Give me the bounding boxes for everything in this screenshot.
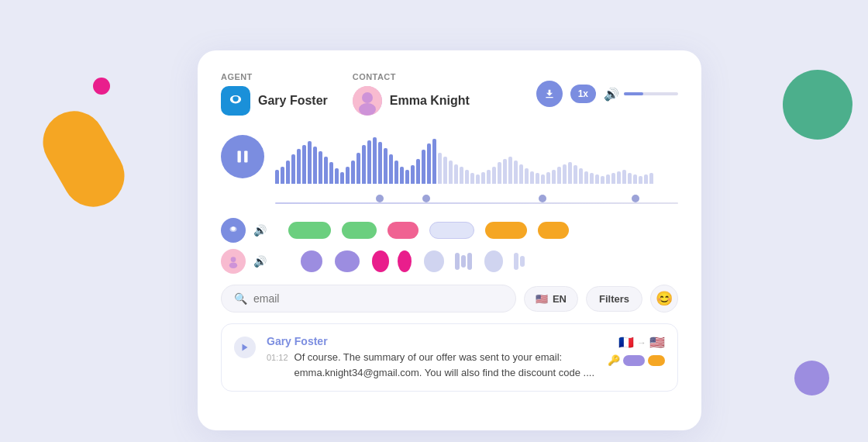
search-input[interactable]	[253, 292, 503, 305]
contact-seg-1	[301, 250, 322, 272]
waveform-bar	[335, 168, 339, 184]
waveform-bar	[498, 162, 501, 184]
waveform-bar	[405, 170, 409, 184]
contact-seg-3	[372, 250, 389, 272]
volume-control: 🔊	[604, 87, 678, 102]
waveform-bar	[617, 171, 621, 184]
contact-seg-6	[484, 250, 503, 272]
agent-segments	[274, 219, 678, 241]
arrow-icon: →	[637, 337, 646, 348]
waveform-bar	[275, 170, 279, 184]
waveform-bar	[487, 170, 491, 184]
marker-dot-4	[632, 195, 639, 202]
waveform-bar	[389, 154, 393, 184]
waveform-bar	[438, 153, 442, 184]
contact-label: CONTACT	[353, 72, 470, 81]
waveform-bar	[400, 167, 404, 184]
timeline-marker-4	[632, 195, 639, 202]
contact-seg-2	[335, 250, 360, 272]
download-icon	[543, 88, 556, 100]
waveform-bar	[394, 161, 398, 184]
contact-track-icon	[226, 254, 240, 268]
bg-decoration-pink	[93, 78, 110, 95]
waveform-bar	[465, 170, 469, 184]
waveform-bar	[639, 176, 642, 184]
waveform-bar	[297, 149, 301, 184]
speed-badge[interactable]: 1x	[570, 85, 596, 103]
marker-dot-2	[422, 195, 430, 202]
waveform-bar	[286, 161, 290, 184]
svg-point-5	[359, 103, 376, 116]
timeline-line	[275, 202, 678, 204]
waveform-bar	[454, 164, 458, 184]
transcript-text: Of course. The summary of our offer was …	[294, 350, 597, 380]
bg-decoration-green	[783, 70, 852, 140]
volume-bar[interactable]	[624, 92, 678, 95]
waveform-bar	[557, 167, 561, 184]
waveform-bar	[633, 174, 637, 184]
waveform-bar	[329, 162, 333, 184]
svg-point-10	[231, 257, 236, 262]
badges-row: 🔑	[608, 354, 665, 366]
waveform-bar	[356, 153, 360, 184]
waveform-bar	[514, 161, 518, 184]
filters-button[interactable]: Filters	[586, 286, 642, 312]
svg-point-9	[231, 226, 235, 230]
agent-seg-1	[288, 222, 331, 239]
bg-decoration-purple	[794, 361, 829, 395]
waveform-bar	[416, 159, 420, 184]
svg-rect-6	[238, 150, 241, 162]
waveform-bar	[346, 167, 350, 184]
agent-seg-2	[342, 222, 377, 239]
contact-avatar	[353, 86, 382, 116]
waveform-bar	[649, 173, 653, 184]
contact-seg-4	[398, 250, 412, 272]
agent-vol-icon: 🔊	[253, 224, 267, 237]
agent-seg-6	[538, 222, 569, 239]
waveform-bar	[302, 145, 306, 184]
agent-label: AGENT	[221, 72, 328, 81]
agent-track-avatar	[221, 218, 246, 243]
waveform-bar	[508, 157, 512, 184]
waveform-bar	[411, 165, 415, 184]
contact-name: Emma Knight	[390, 94, 470, 108]
waveform-bar	[595, 174, 599, 184]
lang-label: EN	[553, 293, 567, 305]
waveform-bar	[492, 167, 496, 184]
agent-person: Gary Foster	[221, 86, 328, 116]
search-box[interactable]: 🔍	[221, 285, 516, 313]
to-flag: 🇺🇸	[649, 335, 665, 350]
agent-seg-5	[485, 222, 527, 239]
svg-point-4	[362, 92, 373, 103]
waveform-bar	[611, 173, 615, 184]
waveform-bar	[628, 173, 632, 184]
lang-flags: 🇫🇷 → 🇺🇸	[618, 335, 665, 350]
from-flag: 🇫🇷	[618, 335, 634, 350]
emoji-button[interactable]: 😊	[650, 285, 678, 313]
waveform[interactable]	[275, 129, 678, 184]
contact-seg-group	[455, 253, 472, 270]
marker-dot-3	[539, 195, 546, 202]
transcript-play-button[interactable]	[234, 337, 256, 358]
agent-seg-4	[429, 222, 474, 239]
language-button[interactable]: 🇺🇸 EN	[524, 286, 578, 312]
waveform-bar	[503, 159, 507, 184]
transcript-speaker: Gary Foster	[267, 335, 597, 347]
waveform-bar	[449, 161, 453, 184]
timeline-marker-2	[422, 195, 430, 202]
waveform-bar	[525, 168, 529, 184]
transcript-time: 01:12	[267, 353, 288, 362]
waveform-bar	[373, 137, 377, 184]
agent-seg-3	[388, 222, 418, 239]
volume-icon: 🔊	[604, 87, 619, 102]
transcript-badges: 🇫🇷 → 🇺🇸 🔑	[608, 335, 665, 366]
waveform-bar	[308, 141, 312, 184]
timeline-row	[221, 195, 678, 210]
waveform-bar	[574, 165, 577, 184]
header-row: AGENT Gary Foster CONTACT	[221, 72, 678, 116]
waveform-section	[221, 129, 678, 184]
download-button[interactable]	[536, 81, 563, 107]
waveform-bar	[362, 145, 366, 184]
pause-button[interactable]	[221, 135, 264, 178]
transcript-card: Gary Foster 01:12 Of course. The summary…	[221, 323, 678, 392]
